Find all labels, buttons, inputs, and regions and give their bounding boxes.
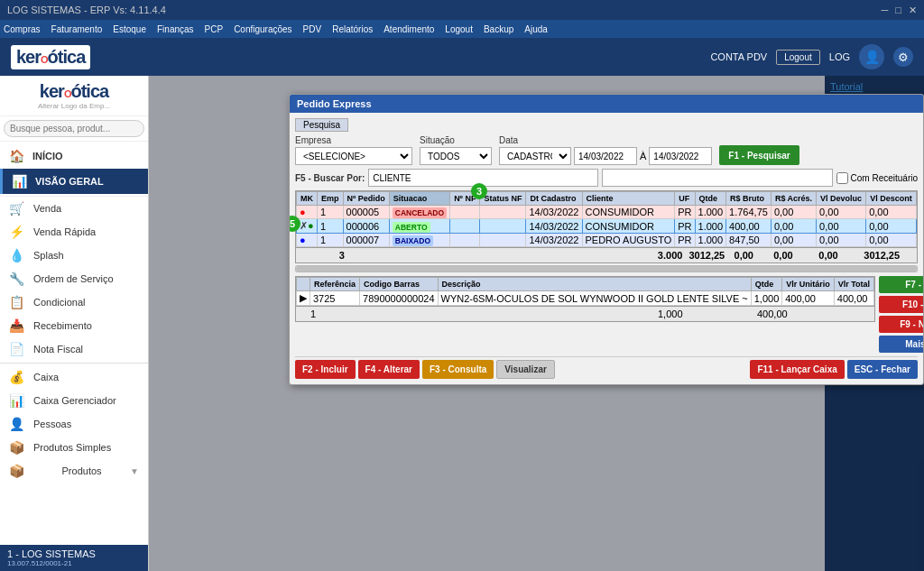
sidebar-item-splash[interactable]: 💧 Splash <box>0 244 148 267</box>
cancelar-wrapper: F10 - Cancelar 6 <box>879 296 924 313</box>
data-from-input[interactable] <box>574 147 637 165</box>
table-body: ● 1 000005 CANCELADO 14/03/2022 CONSUMID… <box>297 206 919 247</box>
menu-faturamento[interactable]: Faturamento <box>51 24 103 34</box>
th-mk: MK <box>297 192 318 206</box>
sidebar-menu2: 💰 Caixa 📊 Caixa Gerenciador 👤 Pessoas 📦 … <box>0 365 148 483</box>
estornar-button[interactable]: F7 - Estornar <box>879 276 924 293</box>
consulta-button[interactable]: F3 - Consulta <box>422 360 494 379</box>
td-qtde: 1.000 <box>695 206 726 219</box>
menu-financas[interactable]: Finanças <box>157 24 194 34</box>
td-nf <box>450 206 480 219</box>
nota-fiscal-button[interactable]: F9 - Nota Fiscal <box>879 316 924 333</box>
mais-opcoes-button[interactable]: Mais Opções <box>879 336 924 353</box>
minimize-btn[interactable]: ─ <box>882 5 889 15</box>
sidebar-item-venda[interactable]: 🛒 Venda <box>0 197 148 220</box>
lancar-caixa-button[interactable]: F11 - Lançar Caixa <box>750 360 844 379</box>
data-to-input[interactable] <box>649 147 712 165</box>
menu-pdv[interactable]: PDV <box>303 24 322 34</box>
cancelar-button[interactable]: F10 - Cancelar <box>879 296 924 313</box>
sidebar-item-caixa-ger[interactable]: 📊 Caixa Gerenciador <box>0 389 148 412</box>
search-input[interactable] <box>4 120 144 137</box>
sidebar-item-ordem[interactable]: 🔧 Ordem de Serviço <box>0 267 148 290</box>
f5-label: F5 - Buscar Por: <box>295 173 365 183</box>
th-liquido: Vl Liquido <box>916 192 918 206</box>
td-pedido: 000007 <box>343 234 389 247</box>
lf-qtde: 1,000 <box>658 309 698 319</box>
pesquisa-label: Pesquisa <box>295 118 348 132</box>
cash-icon: 💰 <box>9 370 29 384</box>
menu-estoque[interactable]: Estoque <box>113 24 146 34</box>
logo-area: kerOótica Alterar Logo da Emp... <box>0 76 148 116</box>
td-acres: 0,00 <box>771 219 816 234</box>
nav-visao-geral[interactable]: 📊 VISÃO GERAL <box>0 169 148 194</box>
clipboard-icon: 📋 <box>9 295 29 309</box>
menu-pcp[interactable]: PCP <box>205 24 224 34</box>
modal-title: Pedido Express <box>297 98 372 109</box>
splash-icon: 💧 <box>9 248 29 262</box>
menu-compras[interactable]: Compras <box>4 24 41 34</box>
sidebar-footer: 1 - LOG SISTEMAS 13.007.512/0001-21 <box>0 545 148 571</box>
lth-desc: Descrição <box>438 278 751 291</box>
hscroll[interactable] <box>295 265 918 272</box>
th-qtde: Qtde <box>695 192 726 206</box>
menu-relatorios[interactable]: Relatórios <box>332 24 373 34</box>
nav-inicio[interactable]: 🏠 INÍCIO <box>0 143 148 169</box>
sidebar-item-produtos[interactable]: 📦 Produtos ▼ <box>0 459 148 483</box>
sidebar-item-condicional[interactable]: 📋 Condicional <box>0 290 148 314</box>
table-row[interactable]: ● 1 000005 CANCELADO 14/03/2022 CONSUMID… <box>297 206 919 219</box>
incluir-button[interactable]: F2 - Incluir <box>295 360 356 379</box>
th-devol: Vl Devoluc <box>817 192 866 206</box>
lth-cb: Codigo Barras <box>360 278 439 291</box>
data-type-select[interactable]: CADASTRO <box>499 147 571 165</box>
menu-atendimento[interactable]: Atendimento <box>383 24 434 34</box>
pesquisar-button[interactable]: F1 - Pesquisar <box>719 145 799 165</box>
sidebar-item-produtos-simples[interactable]: 📦 Produtos Simples <box>0 436 148 459</box>
th-pedido: Nº Pedido <box>343 192 389 206</box>
th-dt-cadastro: Dt Cadastro <box>526 192 582 206</box>
table-row[interactable]: ● 1 000007 BAIXADO 14/03/2022 PEDRO AUGU… <box>297 234 919 247</box>
menu-ajuda[interactable]: Ajuda <box>524 24 548 34</box>
nav-section: 🏠 INÍCIO 📊 VISÃO GERAL <box>0 142 148 197</box>
td-uf: PR <box>675 206 695 219</box>
fechar-button[interactable]: ESC - Fechar <box>847 360 918 379</box>
td-bruto: 400,00 <box>726 219 772 234</box>
lower-section: Referência Codigo Barras Descrição Qtde … <box>295 276 918 353</box>
td-liquido: 400,00 <box>916 219 918 234</box>
person-icon: 👤 <box>9 417 29 431</box>
close-btn[interactable]: ✕ <box>909 5 917 16</box>
menu-configuracoes[interactable]: Configurações <box>234 24 291 34</box>
title-bar: LOG SISTEMAS - ERP Vs: 4.11.4.4 ─ □ ✕ <box>0 0 924 20</box>
receituario-checkbox[interactable] <box>836 172 848 184</box>
alterar-button[interactable]: F4 - Alterar <box>358 360 420 379</box>
td-descont: 0,00 <box>866 234 917 247</box>
footer-acres: 0,00 <box>735 250 774 261</box>
menu-backup[interactable]: Backup <box>484 24 513 34</box>
td-devol: 0,00 <box>817 206 866 219</box>
visualizar-button[interactable]: Visualizar <box>496 360 555 379</box>
busca-value-input[interactable] <box>602 169 832 187</box>
chart-icon: 📊 <box>12 174 30 189</box>
menu-logout[interactable]: Logout <box>445 24 473 34</box>
lower-table-body: ▶ 3725 7890000000024 WYN2-6SM-OCULOS DE … <box>297 291 874 306</box>
lth-qtde: Qtde <box>751 278 782 291</box>
restore-btn[interactable]: □ <box>895 5 901 15</box>
td-dt: 14/03/2022 <box>526 234 582 247</box>
table-row[interactable]: ✗● 1 000006 ABERTO 14/03/2022 CONSUMIDOR <box>297 219 919 234</box>
sidebar-item-pessoas[interactable]: 👤 Pessoas <box>0 412 148 436</box>
sidebar-item-caixa[interactable]: 💰 Caixa <box>0 365 148 389</box>
td-situacao: ABERTO <box>389 219 449 234</box>
logout-button[interactable]: Logout <box>776 50 820 65</box>
sidebar-item-recebimento[interactable]: 📥 Recebimento <box>0 314 148 337</box>
sidebar-item-nota[interactable]: 📄 Nota Fiscal <box>0 337 148 361</box>
td-descont: 0,00 <box>866 219 917 234</box>
gear-icon[interactable]: ⚙ <box>893 47 913 67</box>
action-buttons: F7 - Estornar 4 F10 - Cancelar 6 F9 - No… <box>879 276 924 353</box>
sidebar-menu: 🛒 Venda ⚡ Venda Rápida 💧 Splash 🔧 Ordem … <box>0 197 148 361</box>
situacao-select[interactable]: TODOS <box>420 147 492 165</box>
sidebar-item-venda-rapida[interactable]: ⚡ Venda Rápida <box>0 220 148 244</box>
bottom-toolbar: F2 - Incluir F4 - Alterar F3 - Consulta … <box>295 356 918 379</box>
lower-table-row[interactable]: ▶ 3725 7890000000024 WYN2-6SM-OCULOS DE … <box>297 291 874 306</box>
footer-descont: 0,00 <box>818 250 864 261</box>
logo: kerOótica <box>16 47 85 67</box>
empresa-select[interactable]: <SELECIONE> <box>295 147 412 165</box>
